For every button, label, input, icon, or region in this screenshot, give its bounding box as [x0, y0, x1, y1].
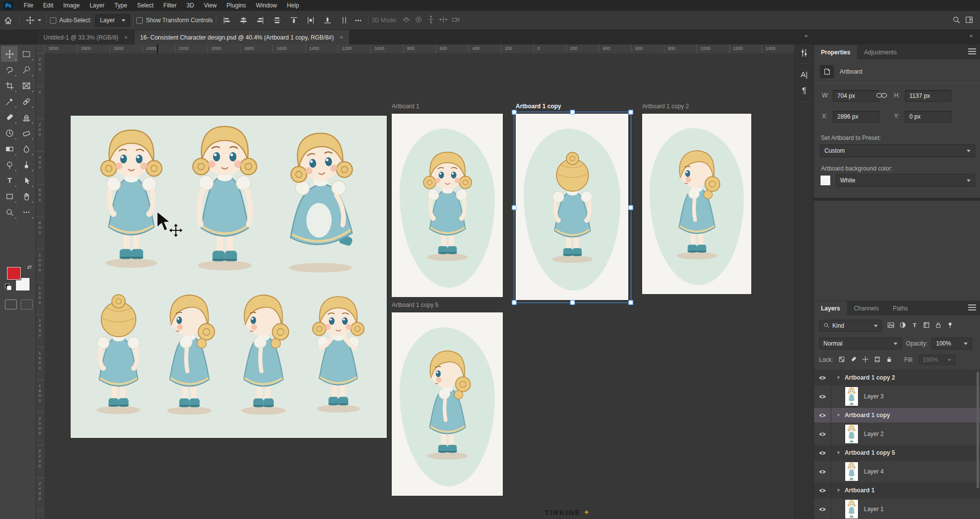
x-position-field[interactable]: 2896 px	[833, 111, 879, 123]
artboard-1-copy-5[interactable]	[392, 312, 503, 496]
tool-pen[interactable]	[18, 157, 35, 173]
height-field[interactable]: 1137 px	[905, 90, 951, 102]
filter-adjustment-icon[interactable]	[899, 321, 906, 330]
panel-menu-icon[interactable]	[968, 48, 976, 54]
tool-dodge[interactable]	[1, 157, 18, 173]
layer-thumbnail[interactable]	[845, 462, 858, 481]
menu-plugins[interactable]: Plugins	[222, 1, 251, 10]
quick-mask-mode-button[interactable]	[5, 300, 17, 309]
tool-crop[interactable]	[1, 78, 18, 93]
more-align-options-button[interactable]: •••	[352, 13, 366, 27]
menu-view[interactable]: View	[199, 1, 222, 10]
artboard-label[interactable]: Artboard 1 copy 2	[642, 103, 689, 110]
layer-name[interactable]: Layer 2	[864, 431, 884, 437]
link-dimensions-icon[interactable]	[876, 91, 887, 100]
home-button[interactable]	[0, 13, 16, 27]
menu-window[interactable]: Window	[251, 1, 282, 10]
visibility-eye-icon[interactable]	[814, 370, 831, 385]
preset-dropdown[interactable]: Custom	[820, 144, 975, 157]
3d-roll-button[interactable]	[414, 15, 423, 25]
layer-group-row[interactable]: ▼Artboard 1	[814, 483, 980, 498]
artboard-reference-sheet[interactable]	[71, 116, 387, 438]
ruler-origin-corner[interactable]	[36, 44, 45, 54]
lock-artboard-icon[interactable]	[874, 356, 881, 364]
filter-smart-object-icon[interactable]	[935, 321, 942, 330]
tool-edit-toolbar[interactable]	[18, 204, 35, 220]
auto-select-target-dropdown[interactable]: Layer	[95, 14, 130, 26]
close-tab-icon[interactable]: ×	[340, 34, 343, 41]
align-d-bottom-button[interactable]	[320, 13, 335, 27]
close-tab-icon[interactable]: ×	[124, 34, 128, 41]
transform-handle[interactable]	[571, 301, 575, 305]
filter-attribute-icon[interactable]	[946, 321, 954, 330]
tool-brush[interactable]	[1, 109, 18, 125]
artboard-1[interactable]	[392, 114, 503, 297]
layer-group-row[interactable]: ▼Artboard 1 copy 5	[814, 445, 980, 461]
layer-thumbnail[interactable]	[845, 425, 858, 443]
menu-filter[interactable]: Filter	[159, 1, 182, 10]
show-transform-controls-checkbox[interactable]	[136, 17, 143, 24]
artboard-bg-swatch[interactable]	[820, 175, 831, 186]
tab-properties[interactable]: Properties	[814, 45, 857, 59]
workspace-switcher-icon[interactable]	[965, 16, 973, 25]
current-tool-icon[interactable]	[23, 13, 38, 27]
character-panel-icon[interactable]: A|	[795, 66, 814, 83]
artboard-label[interactable]: Artboard 1 copy 5	[392, 302, 439, 308]
tool-rectangle[interactable]	[1, 188, 18, 204]
photoshop-logo-icon[interactable]: Ps	[3, 1, 14, 9]
3d-pan3d-button[interactable]	[427, 15, 435, 25]
lock-transparency-icon[interactable]	[838, 356, 845, 364]
collapse-dock-chevron-icon[interactable]: «	[805, 33, 808, 39]
fill-dropdown[interactable]: 100%	[918, 354, 956, 365]
menu-edit[interactable]: Edit	[38, 1, 58, 10]
filter-image-icon[interactable]	[887, 321, 895, 330]
layers-scrollbar[interactable]	[977, 372, 979, 488]
document-tab-untitled[interactable]: Untitled-1 @ 33.3% (RGB/8) ×	[38, 30, 134, 44]
layer-name[interactable]: Layer 1	[864, 506, 884, 513]
3d-slide3d-button[interactable]	[439, 15, 448, 25]
align-a-middle-button[interactable]	[270, 13, 285, 27]
artboard-1-copy[interactable]	[516, 114, 628, 300]
paragraph-panel-icon[interactable]: ¶	[795, 83, 814, 99]
auto-select-checkbox[interactable]	[50, 17, 56, 24]
expand-chevron-icon[interactable]: ▼	[836, 413, 841, 418]
lock-all-icon[interactable]	[886, 356, 893, 364]
filter-shape-icon[interactable]	[923, 321, 930, 330]
expand-chevron-icon[interactable]: ▼	[836, 450, 841, 455]
transform-handle[interactable]	[629, 205, 633, 210]
layer-name[interactable]: Layer 3	[864, 393, 884, 400]
tool-blur[interactable]	[18, 141, 35, 157]
tab-channels[interactable]: Channels	[847, 301, 886, 315]
canvas-area[interactable]: 3000280026002400220020001800160014001200…	[36, 44, 795, 519]
transform-handle[interactable]	[629, 301, 633, 305]
tool-eyedropper[interactable]	[1, 93, 18, 109]
tool-healing[interactable]	[18, 93, 35, 109]
menu-layer[interactable]: Layer	[84, 1, 109, 10]
visibility-eye-icon[interactable]	[814, 445, 831, 460]
tab-adjustments[interactable]: Adjustments	[857, 45, 903, 59]
artboard-1-copy-2[interactable]	[642, 114, 751, 294]
tool-quick-select[interactable]	[18, 62, 35, 78]
transform-handle[interactable]	[629, 110, 633, 115]
menu-help[interactable]: Help	[282, 1, 304, 10]
layer-thumbnail[interactable]	[845, 500, 858, 519]
layer-row[interactable]: Layer 1	[814, 498, 980, 519]
tool-marquee[interactable]	[18, 46, 35, 62]
layer-group-row[interactable]: ▼Artboard 1 copy 2	[814, 370, 980, 386]
menu-select[interactable]: Select	[132, 1, 158, 10]
properties-panel-icon[interactable]	[795, 44, 814, 61]
3d-camera3d-button[interactable]	[451, 15, 460, 25]
align-d-mid-button[interactable]	[303, 13, 318, 27]
search-icon[interactable]	[952, 16, 960, 25]
layer-row[interactable]: Layer 2	[814, 423, 980, 445]
align-a-center-button[interactable]	[236, 13, 251, 27]
document-tab-character-design[interactable]: 16- Consistent Character design.psd @ 40…	[134, 30, 350, 44]
layer-thumbnail[interactable]	[845, 387, 858, 406]
opacity-dropdown[interactable]: 100%	[932, 338, 972, 349]
y-position-field[interactable]: 0 px	[905, 111, 951, 123]
align-d-gap-button[interactable]	[337, 13, 352, 27]
tool-zoom[interactable]	[1, 204, 18, 220]
layer-row[interactable]: Layer 3	[814, 386, 980, 408]
tool-clone-stamp[interactable]	[18, 109, 35, 125]
width-field[interactable]: 704 px	[833, 90, 879, 102]
